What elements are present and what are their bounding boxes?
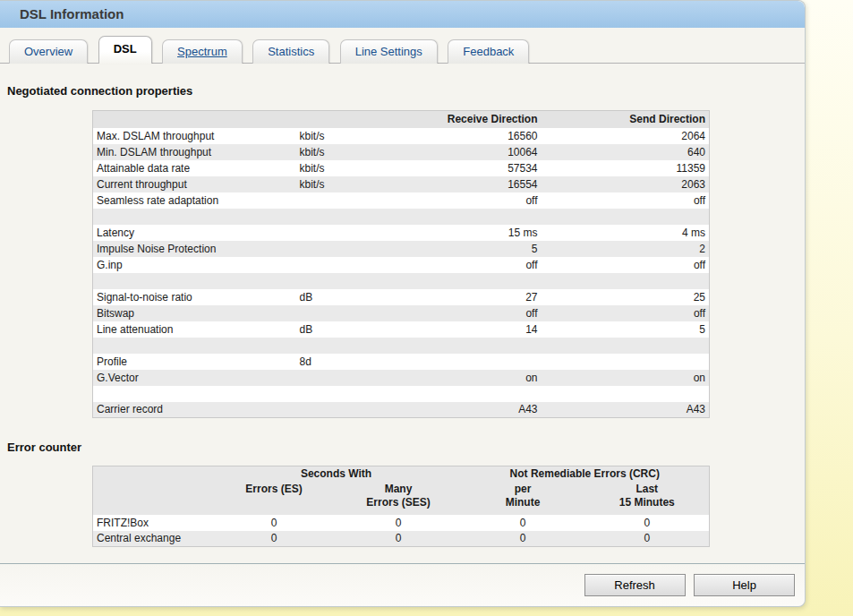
per-minute-value: 0 bbox=[461, 531, 585, 547]
property-column-header bbox=[93, 111, 296, 128]
send-value: 2064 bbox=[542, 128, 710, 144]
property-unit bbox=[296, 241, 373, 257]
send-value: 25 bbox=[542, 289, 710, 305]
property-unit bbox=[296, 273, 373, 289]
receive-value: 27 bbox=[373, 289, 542, 305]
send-value: 5 bbox=[542, 321, 710, 338]
table-row: Seamless rate adaptation off off bbox=[93, 192, 710, 209]
property-unit bbox=[296, 225, 373, 241]
property-unit bbox=[296, 402, 373, 418]
receive-value: on bbox=[373, 370, 542, 386]
send-value bbox=[542, 338, 710, 354]
property-label: Carrier record bbox=[93, 402, 296, 418]
receive-value: 16554 bbox=[373, 176, 542, 192]
property-unit: 8d bbox=[296, 354, 373, 370]
receive-value: 14 bbox=[373, 321, 542, 338]
property-label: Latency bbox=[93, 225, 296, 241]
send-value bbox=[542, 354, 710, 370]
property-unit bbox=[296, 338, 373, 354]
property-label: G.Vector bbox=[93, 370, 296, 386]
receive-value bbox=[373, 273, 542, 289]
last-15-minutes-header: Last 15 Minutes bbox=[585, 482, 710, 515]
footer-bar: Refresh Help bbox=[0, 563, 805, 606]
receive-direction-header: Receive Direction bbox=[373, 111, 542, 128]
send-value: A43 bbox=[542, 402, 710, 418]
table-row: Impulse Noise Protection 5 2 bbox=[93, 241, 710, 257]
table-row: G.inp off off bbox=[93, 257, 710, 273]
table-row: Max. DSLAM throughput kbit/s 16560 2064 bbox=[93, 128, 710, 144]
receive-value bbox=[373, 354, 542, 370]
table-header-row: Receive Direction Send Direction bbox=[93, 111, 710, 128]
property-unit: kbit/s bbox=[296, 128, 373, 144]
send-value bbox=[542, 386, 710, 402]
help-button[interactable]: Help bbox=[694, 574, 795, 596]
table-row: Carrier record A43 A43 bbox=[93, 402, 710, 418]
page-title: DSL Information bbox=[0, 1, 805, 28]
connection-properties-table: Receive Direction Send Direction Max. DS… bbox=[92, 110, 710, 418]
group-header-row: Seconds With Not Remediable Errors (CRC) bbox=[93, 466, 710, 482]
per-minute-header: per Minute bbox=[461, 482, 585, 515]
property-label: Current throughput bbox=[93, 176, 296, 192]
errors-es-value: 0 bbox=[212, 515, 337, 531]
receive-value: off bbox=[373, 192, 542, 209]
device-label: Central exchange bbox=[93, 531, 212, 547]
tab-spectrum-label: Spectrum bbox=[177, 45, 227, 58]
property-label: Line attenuation bbox=[93, 321, 296, 338]
table-row: Min. DSLAM throughput kbit/s 10064 640 bbox=[93, 144, 710, 160]
property-label bbox=[93, 386, 296, 402]
property-label bbox=[93, 273, 296, 289]
refresh-button[interactable]: Refresh bbox=[584, 574, 686, 596]
send-value: off bbox=[542, 192, 710, 209]
send-value bbox=[542, 209, 710, 225]
error-counter-heading: Error counter bbox=[7, 441, 805, 454]
property-unit bbox=[296, 257, 373, 273]
property-unit bbox=[296, 209, 373, 225]
receive-value: 57534 bbox=[373, 160, 542, 176]
send-direction-header: Send Direction bbox=[542, 111, 710, 128]
tab-line-settings[interactable]: Line Settings bbox=[340, 39, 438, 64]
table-row: Signal-to-noise ratio dB 27 25 bbox=[93, 289, 710, 305]
property-label: Attainable data rate bbox=[93, 160, 296, 176]
last-15-minutes-value: 0 bbox=[585, 531, 710, 547]
table-row: Profile 8d bbox=[93, 354, 710, 370]
tab-overview-label: Overview bbox=[24, 45, 73, 58]
table-row: Current throughput kbit/s 16554 2063 bbox=[93, 176, 710, 192]
property-label: Impulse Noise Protection bbox=[93, 241, 296, 257]
table-row: Line attenuation dB 14 5 bbox=[93, 321, 710, 338]
table-row: Bitswap off off bbox=[93, 305, 710, 321]
tab-statistics[interactable]: Statistics bbox=[252, 39, 329, 64]
tab-feedback-label: Feedback bbox=[463, 45, 514, 58]
property-label: Seamless rate adaptation bbox=[93, 192, 296, 209]
property-unit: kbit/s bbox=[296, 176, 373, 192]
property-label: Signal-to-noise ratio bbox=[93, 289, 296, 305]
connection-properties-heading: Negotiated connection properties bbox=[7, 84, 805, 98]
receive-value: off bbox=[373, 305, 542, 321]
row-label-header bbox=[93, 482, 212, 515]
property-unit: kbit/s bbox=[296, 144, 373, 160]
property-unit bbox=[296, 386, 373, 402]
send-value bbox=[542, 273, 710, 289]
property-label: Profile bbox=[93, 354, 296, 370]
send-value: on bbox=[542, 370, 710, 386]
column-header-row: Errors (ES) Many Errors (SES) per Minute… bbox=[93, 482, 710, 515]
dsl-information-panel: DSL Information Overview DSL Spectrum St… bbox=[0, 0, 806, 607]
receive-value: 5 bbox=[373, 241, 542, 257]
seconds-with-group-header: Seconds With bbox=[212, 466, 461, 482]
tab-dsl[interactable]: DSL bbox=[98, 36, 152, 64]
send-value: 640 bbox=[542, 144, 710, 160]
many-errors-ses-value: 0 bbox=[337, 531, 461, 547]
last-15-minutes-value: 0 bbox=[585, 515, 710, 531]
unit-column-header bbox=[296, 111, 373, 128]
tab-spectrum[interactable]: Spectrum bbox=[162, 39, 243, 64]
tab-overview[interactable]: Overview bbox=[9, 39, 88, 64]
property-label: Min. DSLAM throughput bbox=[93, 144, 296, 160]
spacer-row bbox=[93, 338, 710, 354]
receive-value: 16560 bbox=[373, 128, 542, 144]
errors-es-value: 0 bbox=[212, 531, 337, 547]
property-label: Bitswap bbox=[93, 305, 296, 321]
tab-feedback[interactable]: Feedback bbox=[448, 39, 529, 64]
tab-line-settings-label: Line Settings bbox=[355, 45, 422, 58]
table-row: G.Vector on on bbox=[93, 370, 710, 386]
spacer-row bbox=[93, 273, 710, 289]
property-label: G.inp bbox=[93, 257, 296, 273]
